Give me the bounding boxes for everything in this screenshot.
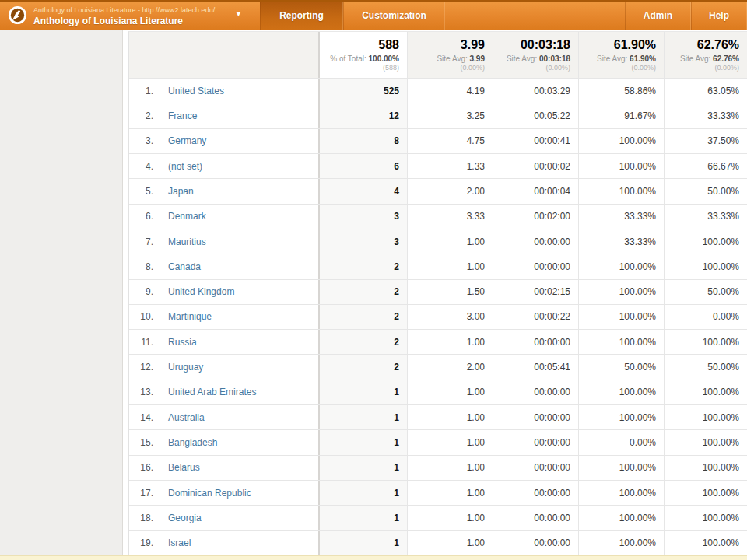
new-visits-cell: 100.00% [578,179,664,203]
totals-newvisits-cell: 61.90% Site Avg: 61.90% (0.00%) [578,32,664,78]
country-link[interactable]: Japan [168,186,194,197]
avg-time-cell: 00:05:22 [493,103,578,128]
totals-newvisits-paren: (0.00%) [631,64,656,72]
avg-time-cell: 00:05:41 [493,355,578,379]
visits-cell: 4 [318,179,407,203]
country-link[interactable]: Bangladesh [168,437,217,448]
country-cell: 19. Israel [129,531,318,555]
country-link[interactable]: Dominican Republic [168,488,251,499]
avg-time-cell: 00:00:00 [493,506,578,530]
visits-cell: 1 [318,405,407,429]
row-rank: 5. [129,186,153,197]
new-visits-cell: 58.86% [578,79,664,103]
country-link[interactable]: France [168,110,197,121]
visits-cell: 1 [318,506,407,530]
tab-reporting[interactable]: Reporting [260,2,343,30]
totals-pages-avg: 3.99 [470,54,485,63]
pages-per-visit-cell: 1.00 [407,481,493,505]
avg-time-cell: 00:00:00 [493,405,578,429]
account-selector[interactable]: Anthology of Louisiana Literature - http… [6,3,255,28]
pages-per-visit-cell: 1.00 [407,506,493,530]
help-link[interactable]: Help [691,2,747,30]
visits-cell: 2 [318,330,407,354]
account-title: Anthology of Louisiana Literature [33,16,221,26]
totals-visits-avg: 100.00% [369,54,399,63]
new-visits-cell: 91.67% [578,103,664,128]
country-cell: 3. Germany [129,129,318,153]
bounce-rate-cell: 63.05% [664,79,747,103]
totals-visits-label: % of Total: [330,54,366,63]
avg-time-cell: 00:00:04 [493,179,578,203]
row-rank: 16. [129,462,153,473]
country-cell: 9. United Kingdom [129,280,318,304]
country-link[interactable]: Germany [168,135,206,146]
avg-time-cell: 00:00:00 [493,229,578,254]
avg-time-cell: 00:00:00 [493,254,578,278]
avg-time-cell: 00:00:00 [493,456,578,480]
pages-per-visit-cell: 3.25 [407,103,493,128]
country-link[interactable]: Australia [168,412,205,423]
visits-cell: 3 [318,229,407,254]
country-link[interactable]: United States [168,86,224,96]
country-link[interactable]: United Kingdom [168,286,234,297]
report-sidebar [0,30,123,555]
table-row: 17. Dominican Republic 1 1.00 00:00:00 1… [129,481,747,506]
tab-customization[interactable]: Customization [343,2,445,30]
country-link[interactable]: Mauritius [168,236,206,247]
totals-pages-cell: 3.99 Site Avg: 3.99 (0.00%) [407,32,493,78]
country-link[interactable]: Denmark [168,211,206,222]
totals-visits-paren: (588) [383,64,399,72]
bounce-rate-cell: 100.00% [664,330,747,354]
table-row: 18. Georgia 1 1.00 00:00:00 100.00% 100.… [129,506,747,530]
totals-visits-cell: 588 % of Total: 100.00% (588) [318,32,407,78]
bounce-rate-cell: 100.00% [664,254,747,278]
country-link[interactable]: Uruguay [168,362,203,373]
pages-per-visit-cell: 1.00 [407,456,493,480]
country-link[interactable]: (not set) [168,161,202,172]
bounce-rate-cell: 50.00% [664,280,747,304]
visits-cell: 2 [318,280,407,304]
country-link[interactable]: Canada [168,261,201,272]
country-link[interactable]: Martinique [168,311,212,322]
country-link[interactable]: Russia [168,337,197,348]
visits-cell: 2 [318,254,407,278]
countries-report-table: 588 % of Total: 100.00% (588) 3.99 Site … [128,31,747,556]
country-link[interactable]: Georgia [168,513,202,523]
admin-link[interactable]: Admin [625,2,691,30]
chevron-down-icon[interactable]: ▼ [235,10,242,18]
new-visits-cell: 0.00% [578,430,664,454]
totals-bounce-value: 62.76% [697,37,739,52]
country-link[interactable]: Belarus [168,462,200,473]
totals-time-label: Site Avg: [507,54,537,63]
avg-time-cell: 00:00:00 [493,380,578,404]
country-cell: 5. Japan [129,179,318,203]
visits-cell: 1 [318,456,407,480]
pages-per-visit-cell: 2.00 [407,355,493,379]
country-cell: 7. Mauritius [129,229,318,254]
table-row: 11. Russia 2 1.00 00:00:00 100.00% 100.0… [129,330,747,355]
country-link[interactable]: United Arab Emirates [168,387,256,397]
new-visits-cell: 100.00% [578,330,664,354]
totals-country-cell [129,32,318,78]
country-link[interactable]: Israel [168,537,191,548]
country-cell: 11. Russia [129,330,318,354]
visits-cell: 2 [318,355,407,379]
table-row: 1. United States 525 4.19 00:03:29 58.86… [129,79,747,103]
totals-row: 588 % of Total: 100.00% (588) 3.99 Site … [129,32,747,79]
avg-time-cell: 00:02:00 [493,205,578,229]
table-row: 7. Mauritius 3 1.00 00:00:00 33.33% 100.… [129,229,747,254]
totals-bounce-avg: 62.76% [713,54,739,63]
visits-cell: 525 [318,79,407,103]
bounce-rate-cell: 100.00% [664,481,747,505]
country-cell: 8. Canada [129,254,318,278]
visits-cell: 2 [318,305,407,329]
row-rank: 12. [129,362,153,373]
pages-per-visit-cell: 1.00 [407,330,493,354]
new-visits-cell: 100.00% [578,280,664,304]
table-row: 16. Belarus 1 1.00 00:00:00 100.00% 100.… [129,456,747,481]
table-row: 2. France 12 3.25 00:05:22 91.67% 33.33% [129,103,747,128]
new-visits-cell: 100.00% [578,380,664,404]
bounce-rate-cell: 33.33% [664,205,747,229]
table-row: 19. Israel 1 1.00 00:00:00 100.00% 100.0… [129,531,747,556]
avg-time-cell: 00:00:00 [493,481,578,505]
